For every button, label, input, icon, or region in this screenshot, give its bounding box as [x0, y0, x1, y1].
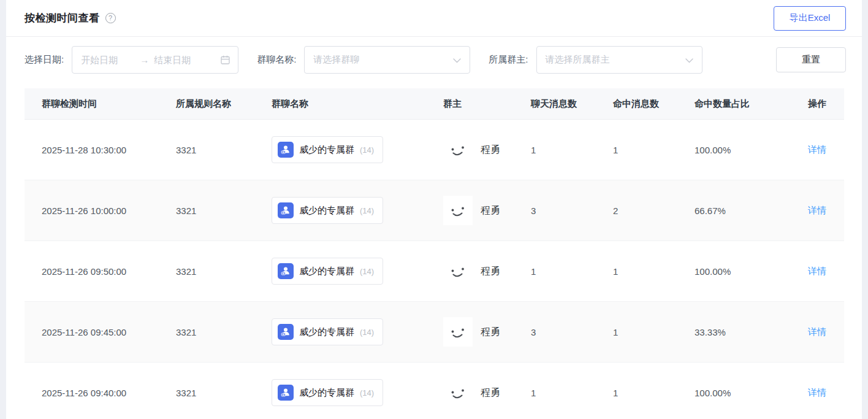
owner-cell: 程勇 [443, 135, 531, 164]
table-header: 群聊检测时间 所属规则名称 群聊名称 群主 聊天消息数 命中消息数 命中数量占比… [25, 88, 844, 120]
group-member-count: (14) [360, 328, 374, 337]
table-row: 2025-11-26 09:50:00 3321 威少的专属群 (14) [25, 241, 844, 302]
chat-message-count: 1 [531, 145, 613, 155]
owner-select-placeholder: 请选择所属群主 [546, 54, 610, 66]
date-filter-label: 选择日期: [25, 54, 64, 66]
detect-time-cell: 2025-11-26 09:50:00 [42, 266, 176, 277]
rule-name-cell: 3321 [176, 388, 272, 398]
group-member-count: (14) [360, 267, 374, 276]
card-header: 按检测时间查看 ? 导出Excel [6, 0, 862, 37]
start-date-input[interactable] [81, 55, 135, 65]
group-member-count: (14) [360, 206, 374, 215]
table-body: 2025-11-28 10:30:00 3321 威少的专属群 (14) [25, 120, 844, 419]
calendar-icon [220, 55, 230, 65]
group-people-icon [278, 142, 294, 158]
owner-select[interactable]: 请选择所属群主 [536, 46, 702, 74]
hit-ratio: 100.00% [695, 388, 808, 398]
group-name: 威少的专属群 [299, 266, 354, 277]
group-name-cell: 威少的专属群 (14) [272, 258, 443, 285]
group-filter-group: 群聊名称: 请选择群聊 [257, 46, 470, 74]
group-name-cell: 威少的专属群 (14) [272, 318, 443, 345]
rule-name-cell: 3321 [176, 266, 272, 277]
group-name: 威少的专属群 [299, 205, 354, 217]
smiley-avatar [443, 135, 473, 164]
group-member-count: (14) [360, 388, 374, 398]
detail-link[interactable]: 详情 [808, 205, 826, 215]
group-people-icon [278, 324, 294, 340]
table-row: 2025-11-26 09:45:00 3321 威少的专属群 (14) [25, 302, 844, 363]
content-card: 按检测时间查看 ? 导出Excel 选择日期: → [6, 0, 862, 419]
export-excel-button[interactable]: 导出Excel [774, 6, 846, 31]
page-title: 按检测时间查看 [25, 11, 100, 25]
group-name: 威少的专属群 [299, 387, 354, 399]
owner-filter-label: 所属群主: [489, 54, 528, 66]
detect-time-cell: 2025-11-26 10:00:00 [42, 206, 176, 216]
action-cell: 详情 [808, 205, 844, 217]
owner-cell: 程勇 [443, 378, 531, 407]
detect-time-cell: 2025-11-26 09:45:00 [42, 327, 176, 337]
hit-message-count: 1 [613, 388, 695, 398]
group-filter-label: 群聊名称: [257, 54, 296, 66]
detail-link[interactable]: 详情 [808, 144, 826, 155]
hit-message-count: 2 [613, 206, 695, 216]
owner-cell: 程勇 [443, 256, 531, 286]
group-people-icon [278, 385, 294, 401]
column-header-action: 操作 [808, 98, 844, 110]
smiley-avatar [443, 256, 473, 286]
hit-ratio: 33.33% [695, 327, 808, 337]
date-filter-group: 选择日期: → [25, 46, 238, 74]
hit-message-count: 1 [613, 327, 695, 337]
chat-message-count: 1 [531, 266, 613, 277]
detail-link[interactable]: 详情 [808, 266, 826, 276]
table-row: 2025-11-26 09:40:00 3321 威少的专属群 (14) [25, 363, 844, 419]
detection-table: 群聊检测时间 所属规则名称 群聊名称 群主 聊天消息数 命中消息数 命中数量占比… [25, 88, 844, 419]
detail-link[interactable]: 详情 [808, 387, 826, 398]
rule-name-cell: 3321 [176, 327, 272, 337]
group-chip[interactable]: 威少的专属群 (14) [272, 197, 383, 224]
smiley-avatar [443, 196, 473, 225]
chevron-down-icon [453, 55, 461, 66]
owner-name: 程勇 [481, 204, 500, 217]
owner-name: 程勇 [481, 326, 500, 339]
owner-name: 程勇 [481, 265, 500, 278]
hit-message-count: 1 [613, 145, 695, 155]
group-name-cell: 威少的专属群 (14) [272, 136, 443, 163]
group-select-placeholder: 请选择群聊 [313, 54, 359, 66]
group-people-icon [278, 202, 294, 218]
action-cell: 详情 [808, 387, 844, 399]
group-people-icon [278, 263, 294, 279]
smiley-avatar [443, 317, 473, 347]
group-chip[interactable]: 威少的专属群 (14) [272, 318, 383, 345]
chevron-down-icon [685, 55, 693, 66]
chat-message-count: 3 [531, 206, 613, 216]
owner-cell: 程勇 [443, 317, 531, 347]
reset-button[interactable]: 重置 [776, 47, 846, 72]
column-header-chat-count: 聊天消息数 [531, 98, 613, 110]
column-header-group-name: 群聊名称 [272, 98, 443, 110]
detail-link[interactable]: 详情 [808, 326, 826, 337]
column-header-hit-ratio: 命中数量占比 [695, 98, 808, 110]
group-name-cell: 威少的专属群 (14) [272, 197, 443, 224]
chat-message-count: 3 [531, 327, 613, 337]
date-range-picker[interactable]: → [72, 46, 238, 74]
end-date-input[interactable] [154, 55, 208, 65]
group-name: 威少的专属群 [299, 144, 354, 156]
owner-cell: 程勇 [443, 196, 531, 225]
group-chip[interactable]: 威少的专属群 (14) [272, 379, 383, 406]
group-name: 威少的专属群 [299, 326, 354, 338]
chat-message-count: 1 [531, 388, 613, 398]
rule-name-cell: 3321 [176, 145, 272, 155]
hit-ratio: 100.00% [695, 145, 808, 155]
detect-time-cell: 2025-11-26 09:40:00 [42, 388, 176, 398]
action-cell: 详情 [808, 144, 844, 156]
column-header-rule-name: 所属规则名称 [176, 98, 272, 110]
group-select[interactable]: 请选择群聊 [304, 46, 470, 74]
hit-ratio: 100.00% [695, 266, 808, 277]
detect-time-cell: 2025-11-28 10:30:00 [42, 145, 176, 155]
column-header-owner: 群主 [443, 98, 531, 110]
owner-name: 程勇 [481, 386, 500, 399]
group-chip[interactable]: 威少的专属群 (14) [272, 136, 383, 163]
question-circle-icon[interactable]: ? [105, 13, 116, 23]
filter-bar: 选择日期: → 群聊名称: 请选择群聊 [6, 37, 862, 74]
group-chip[interactable]: 威少的专属群 (14) [272, 258, 383, 285]
